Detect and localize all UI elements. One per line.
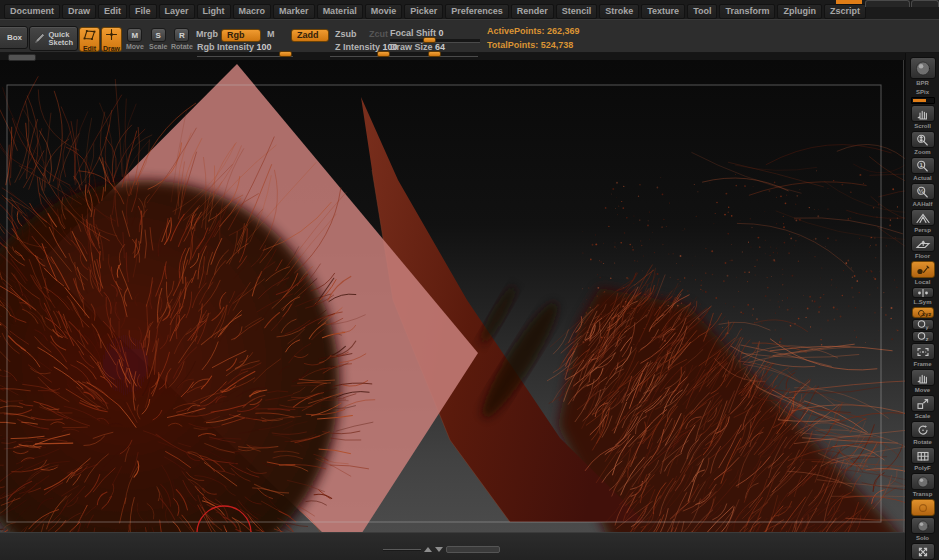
draw-size-slider[interactable] bbox=[390, 53, 478, 57]
right-shelf-transp-label: Transp bbox=[913, 491, 933, 498]
persp-lines-icon bbox=[911, 209, 935, 226]
z-intensity-handle[interactable] bbox=[377, 51, 390, 57]
shelf-scrollbar[interactable] bbox=[8, 54, 36, 61]
spix-slider-fill bbox=[913, 99, 926, 102]
window-accent-button[interactable] bbox=[836, 0, 862, 4]
move-label: Move bbox=[126, 43, 144, 50]
document-canvas[interactable] bbox=[0, 60, 905, 532]
menu-item-material[interactable]: Material bbox=[317, 4, 363, 19]
menu-item-preferences[interactable]: Preferences bbox=[445, 4, 509, 19]
rgb-intensity-handle[interactable] bbox=[279, 51, 292, 57]
svg-text:½: ½ bbox=[918, 187, 924, 193]
menu-item-stencil[interactable]: Stencil bbox=[556, 4, 598, 19]
right-shelf-ghost-button[interactable] bbox=[911, 499, 935, 516]
current-tool-button[interactable]: Box bbox=[0, 26, 28, 49]
poly-grid-icon bbox=[911, 447, 935, 464]
focal-shift-label: Focal Shift 0 bbox=[390, 29, 444, 38]
right-shelf-scale-button[interactable]: Scale bbox=[911, 395, 935, 420]
menu-item-document[interactable]: Document bbox=[4, 4, 60, 19]
right-shelf-xpose-button[interactable]: Xpose bbox=[911, 543, 935, 560]
right-shelf-floor-label: Floor bbox=[915, 253, 930, 260]
magnifier-one-icon: 1 bbox=[911, 157, 935, 174]
edit-mode-button[interactable]: Edit bbox=[79, 27, 100, 52]
menu-item-zscript[interactable]: Zscript bbox=[824, 4, 866, 19]
menu-item-file[interactable]: File bbox=[129, 4, 157, 19]
menu-item-marker[interactable]: Marker bbox=[273, 4, 315, 19]
mrgb-button[interactable]: Mrgb bbox=[196, 30, 218, 39]
top-shelf: Box Quick Sketch Edit Draw M Move S Scal… bbox=[0, 19, 939, 53]
draw-mode-button[interactable]: Draw bbox=[101, 27, 122, 52]
right-shelf-scroll-button[interactable]: Scroll bbox=[911, 105, 935, 130]
local-pivot-icon bbox=[911, 261, 935, 278]
divider-inset bbox=[446, 546, 500, 553]
menu-item-macro[interactable]: Macro bbox=[233, 4, 272, 19]
zadd-button[interactable]: Zadd bbox=[291, 29, 329, 42]
draw-cross-icon bbox=[103, 27, 120, 45]
hand-icon bbox=[911, 369, 935, 386]
scale-label: Scale bbox=[149, 43, 167, 50]
svg-text:xyz: xyz bbox=[921, 311, 930, 318]
menu-item-transform[interactable]: Transform bbox=[719, 4, 775, 19]
menu-item-zplugin[interactable]: Zplugin bbox=[777, 4, 822, 19]
magnifier-arrows-icon bbox=[911, 131, 935, 148]
rotate-mode-button[interactable]: R Rotate bbox=[171, 28, 193, 50]
right-shelf-zoom-button[interactable]: Zoom bbox=[911, 131, 935, 156]
frame-corners-icon bbox=[911, 343, 935, 360]
right-shelf-z-axis-button[interactable]: z bbox=[912, 331, 934, 342]
scale-badge-icon: S bbox=[151, 28, 166, 42]
draw-size-handle[interactable] bbox=[428, 51, 441, 57]
right-shelf-move-button[interactable]: Move bbox=[911, 369, 935, 394]
spix-slider[interactable] bbox=[911, 97, 935, 104]
right-shelf-aahalf-label: AAHalf bbox=[912, 201, 932, 208]
right-shelf-polyf-button[interactable]: PolyF bbox=[911, 447, 935, 472]
menu-item-texture[interactable]: Texture bbox=[641, 4, 685, 19]
right-shelf-y-axis-button[interactable]: y bbox=[912, 319, 934, 330]
menu-item-movie[interactable]: Movie bbox=[365, 4, 403, 19]
right-shelf-lsym-button[interactable]: L.Sym bbox=[912, 287, 934, 306]
window-close-button[interactable] bbox=[911, 0, 939, 7]
rgb-button[interactable]: Rgb bbox=[221, 29, 261, 42]
right-shelf-bpr-button[interactable]: BPR bbox=[910, 57, 936, 87]
right-shelf-actual-button[interactable]: 1Actual bbox=[911, 157, 935, 182]
right-shelf-xyz-button[interactable]: xyz bbox=[912, 307, 934, 318]
scale-mode-button[interactable]: S Scale bbox=[149, 28, 167, 50]
menu-item-layer[interactable]: Layer bbox=[159, 4, 195, 19]
menu-item-render[interactable]: Render bbox=[511, 4, 554, 19]
menu-item-stroke[interactable]: Stroke bbox=[599, 4, 639, 19]
right-shelf-local-button[interactable]: Local bbox=[911, 261, 935, 286]
sphere-big-icon bbox=[910, 57, 936, 79]
right-shelf-floor-button[interactable]: Floor bbox=[911, 235, 935, 260]
right-shelf-spix-label: SPix bbox=[916, 89, 929, 96]
menu-item-picker[interactable]: Picker bbox=[404, 4, 443, 19]
window-stub-button[interactable] bbox=[865, 0, 910, 7]
edit-label: Edit bbox=[83, 45, 96, 53]
rgb-intensity-slider[interactable] bbox=[197, 53, 293, 57]
right-shelf-persp-label: Persp bbox=[914, 227, 931, 234]
menu-item-edit[interactable]: Edit bbox=[98, 4, 127, 19]
m-button[interactable]: M bbox=[267, 30, 275, 39]
right-shelf-persp-button[interactable]: Persp bbox=[911, 209, 935, 234]
rotate-badge-icon: R bbox=[174, 28, 189, 42]
menu-item-light[interactable]: Light bbox=[197, 4, 231, 19]
right-shelf-transp-button[interactable]: Transp bbox=[911, 473, 935, 498]
right-shelf-solo-button[interactable]: Solo bbox=[911, 517, 935, 542]
right-shelf-move-label: Move bbox=[915, 387, 930, 394]
menu-item-tool[interactable]: Tool bbox=[687, 4, 717, 19]
right-shelf-scale-label: Scale bbox=[915, 413, 931, 420]
tray-divider-handle[interactable] bbox=[383, 545, 513, 553]
z-intensity-slider[interactable] bbox=[330, 53, 390, 57]
bottom-tray-bar bbox=[0, 532, 905, 560]
right-shelf-aahalf-button[interactable]: ½AAHalf bbox=[911, 183, 935, 208]
rotate-xyz-icon: xyz bbox=[912, 307, 934, 318]
right-shelf-rotate-button[interactable]: Rotate bbox=[911, 421, 935, 446]
move-mode-button[interactable]: M Move bbox=[126, 28, 144, 50]
quick-sketch-button[interactable]: Quick Sketch bbox=[29, 26, 78, 51]
zcut-button[interactable]: Zcut bbox=[369, 30, 388, 39]
right-shelf-bpr-label: BPR bbox=[916, 80, 929, 87]
rotate-z-icon: z bbox=[912, 331, 934, 342]
menu-bar: DocumentDrawEditFileLayerLightMacroMarke… bbox=[0, 4, 939, 19]
right-shelf-spix-button[interactable]: SPix bbox=[911, 88, 935, 104]
menu-item-draw[interactable]: Draw bbox=[62, 4, 96, 19]
zsub-button[interactable]: Zsub bbox=[335, 30, 357, 39]
right-shelf-frame-button[interactable]: Frame bbox=[911, 343, 935, 368]
